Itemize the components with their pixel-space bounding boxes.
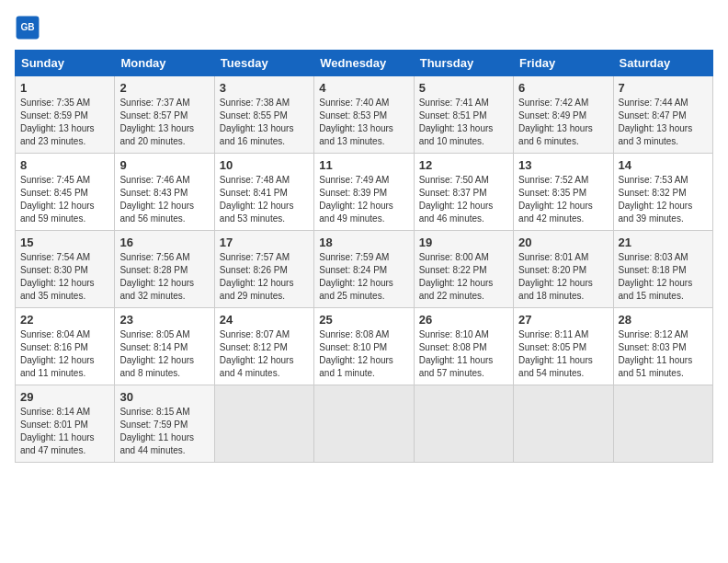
day-number: 3	[220, 81, 309, 95]
day-number: 1	[20, 81, 109, 95]
day-info: Sunrise: 7:49 AMSunset: 8:39 PMDaylight:…	[319, 174, 408, 225]
day-info: Sunrise: 8:07 AMSunset: 8:12 PMDaylight:…	[220, 328, 309, 380]
calendar-cell: 23Sunrise: 8:05 AMSunset: 8:14 PMDayligh…	[115, 308, 214, 385]
calendar-cell: 11Sunrise: 7:49 AMSunset: 8:39 PMDayligh…	[314, 154, 414, 231]
day-info: Sunrise: 8:08 AMSunset: 8:10 PMDaylight:…	[319, 328, 408, 380]
day-number: 15	[20, 236, 109, 249]
calendar-cell: 25Sunrise: 8:08 AMSunset: 8:10 PMDayligh…	[314, 308, 414, 385]
day-info: Sunrise: 7:35 AMSunset: 8:59 PMDaylight:…	[20, 97, 109, 148]
calendar-cell: 28Sunrise: 8:12 AMSunset: 8:03 PMDayligh…	[613, 308, 712, 385]
calendar-cell: 26Sunrise: 8:10 AMSunset: 8:08 PMDayligh…	[414, 308, 513, 385]
day-number: 13	[518, 158, 608, 172]
day-info: Sunrise: 8:10 AMSunset: 8:08 PMDaylight:…	[419, 328, 508, 380]
day-number: 18	[319, 236, 408, 249]
day-number: 9	[119, 158, 209, 172]
calendar-cell: 8Sunrise: 7:45 AMSunset: 8:45 PMDaylight…	[16, 154, 115, 231]
day-info: Sunrise: 7:52 AMSunset: 8:35 PMDaylight:…	[518, 174, 608, 225]
calendar-cell	[214, 385, 313, 463]
day-number: 29	[20, 390, 109, 404]
day-number: 25	[319, 313, 408, 327]
day-number: 17	[220, 236, 309, 249]
week-row: 22Sunrise: 8:04 AMSunset: 8:16 PMDayligh…	[16, 308, 713, 385]
day-number: 11	[319, 158, 408, 172]
day-number: 6	[518, 81, 608, 95]
day-number: 2	[119, 81, 209, 95]
day-info: Sunrise: 7:37 AMSunset: 8:57 PMDaylight:…	[119, 97, 209, 148]
calendar-cell	[414, 385, 513, 463]
day-number: 26	[419, 313, 508, 327]
logo-icon: GB	[15, 15, 40, 40]
day-info: Sunrise: 7:57 AMSunset: 8:26 PMDaylight:…	[220, 251, 309, 303]
day-info: Sunrise: 8:00 AMSunset: 8:22 PMDaylight:…	[419, 251, 508, 303]
calendar-cell: 5Sunrise: 7:41 AMSunset: 8:51 PMDaylight…	[414, 76, 513, 154]
day-number: 5	[419, 81, 508, 95]
day-info: Sunrise: 7:45 AMSunset: 8:45 PMDaylight:…	[20, 174, 109, 225]
calendar-cell: 13Sunrise: 7:52 AMSunset: 8:35 PMDayligh…	[514, 154, 613, 231]
week-row: 8Sunrise: 7:45 AMSunset: 8:45 PMDaylight…	[16, 154, 713, 231]
calendar-cell: 21Sunrise: 8:03 AMSunset: 8:18 PMDayligh…	[613, 231, 712, 308]
calendar-cell: 14Sunrise: 7:53 AMSunset: 8:32 PMDayligh…	[613, 154, 712, 231]
day-number: 22	[20, 313, 109, 327]
col-header-monday: Monday	[115, 51, 214, 76]
calendar-cell: 12Sunrise: 7:50 AMSunset: 8:37 PMDayligh…	[414, 154, 513, 231]
day-info: Sunrise: 7:54 AMSunset: 8:30 PMDaylight:…	[20, 251, 109, 303]
calendar-cell	[613, 385, 712, 463]
day-number: 12	[419, 158, 508, 172]
day-info: Sunrise: 8:05 AMSunset: 8:14 PMDaylight:…	[119, 328, 209, 380]
day-number: 19	[419, 236, 508, 249]
svg-text:GB: GB	[20, 22, 34, 32]
day-number: 23	[119, 313, 209, 327]
day-number: 20	[518, 236, 608, 249]
calendar-cell: 18Sunrise: 7:59 AMSunset: 8:24 PMDayligh…	[314, 231, 414, 308]
calendar-cell: 22Sunrise: 8:04 AMSunset: 8:16 PMDayligh…	[16, 308, 115, 385]
day-info: Sunrise: 8:12 AMSunset: 8:03 PMDaylight:…	[619, 328, 708, 380]
week-row: 15Sunrise: 7:54 AMSunset: 8:30 PMDayligh…	[16, 231, 713, 308]
day-number: 8	[20, 158, 109, 172]
calendar-cell: 19Sunrise: 8:00 AMSunset: 8:22 PMDayligh…	[414, 231, 513, 308]
day-number: 7	[619, 81, 708, 95]
calendar-cell: 2Sunrise: 7:37 AMSunset: 8:57 PMDaylight…	[115, 76, 214, 154]
day-info: Sunrise: 8:14 AMSunset: 8:01 PMDaylight:…	[20, 406, 109, 457]
page-header: GB	[15, 15, 713, 40]
calendar-cell: 10Sunrise: 7:48 AMSunset: 8:41 PMDayligh…	[214, 154, 313, 231]
day-info: Sunrise: 7:48 AMSunset: 8:41 PMDaylight:…	[220, 174, 309, 225]
week-row: 29Sunrise: 8:14 AMSunset: 8:01 PMDayligh…	[16, 385, 713, 463]
day-info: Sunrise: 8:03 AMSunset: 8:18 PMDaylight:…	[619, 251, 708, 303]
calendar-cell	[314, 385, 414, 463]
calendar-cell: 9Sunrise: 7:46 AMSunset: 8:43 PMDaylight…	[115, 154, 214, 231]
day-info: Sunrise: 7:41 AMSunset: 8:51 PMDaylight:…	[419, 97, 508, 148]
calendar-cell: 1Sunrise: 7:35 AMSunset: 8:59 PMDaylight…	[16, 76, 115, 154]
calendar-cell: 24Sunrise: 8:07 AMSunset: 8:12 PMDayligh…	[214, 308, 313, 385]
day-info: Sunrise: 7:46 AMSunset: 8:43 PMDaylight:…	[119, 174, 209, 225]
day-info: Sunrise: 7:53 AMSunset: 8:32 PMDaylight:…	[619, 174, 708, 225]
calendar-cell: 15Sunrise: 7:54 AMSunset: 8:30 PMDayligh…	[16, 231, 115, 308]
day-info: Sunrise: 7:50 AMSunset: 8:37 PMDaylight:…	[419, 174, 508, 225]
day-info: Sunrise: 8:11 AMSunset: 8:05 PMDaylight:…	[518, 328, 608, 380]
day-number: 10	[220, 158, 309, 172]
calendar-cell	[514, 385, 613, 463]
calendar-cell: 30Sunrise: 8:15 AMSunset: 7:59 PMDayligh…	[115, 385, 214, 463]
day-info: Sunrise: 7:56 AMSunset: 8:28 PMDaylight:…	[119, 251, 209, 303]
calendar-table: SundayMondayTuesdayWednesdayThursdayFrid…	[15, 50, 713, 463]
day-info: Sunrise: 7:59 AMSunset: 8:24 PMDaylight:…	[319, 251, 408, 303]
day-info: Sunrise: 7:42 AMSunset: 8:49 PMDaylight:…	[518, 97, 608, 148]
col-header-friday: Friday	[514, 51, 613, 76]
calendar-cell: 3Sunrise: 7:38 AMSunset: 8:55 PMDaylight…	[214, 76, 313, 154]
logo: GB	[15, 15, 44, 40]
calendar-cell: 29Sunrise: 8:14 AMSunset: 8:01 PMDayligh…	[16, 385, 115, 463]
day-number: 27	[518, 313, 608, 327]
calendar-cell: 17Sunrise: 7:57 AMSunset: 8:26 PMDayligh…	[214, 231, 313, 308]
day-number: 4	[319, 81, 408, 95]
day-info: Sunrise: 7:44 AMSunset: 8:47 PMDaylight:…	[619, 97, 708, 148]
day-number: 24	[220, 313, 309, 327]
col-header-wednesday: Wednesday	[314, 51, 414, 76]
calendar-cell: 27Sunrise: 8:11 AMSunset: 8:05 PMDayligh…	[514, 308, 613, 385]
day-number: 16	[119, 236, 209, 249]
calendar-cell: 20Sunrise: 8:01 AMSunset: 8:20 PMDayligh…	[514, 231, 613, 308]
day-info: Sunrise: 8:04 AMSunset: 8:16 PMDaylight:…	[20, 328, 109, 380]
col-header-sunday: Sunday	[16, 51, 115, 76]
column-headers: SundayMondayTuesdayWednesdayThursdayFrid…	[16, 51, 713, 76]
day-number: 28	[619, 313, 708, 327]
day-number: 14	[619, 158, 708, 172]
calendar-cell: 7Sunrise: 7:44 AMSunset: 8:47 PMDaylight…	[613, 76, 712, 154]
